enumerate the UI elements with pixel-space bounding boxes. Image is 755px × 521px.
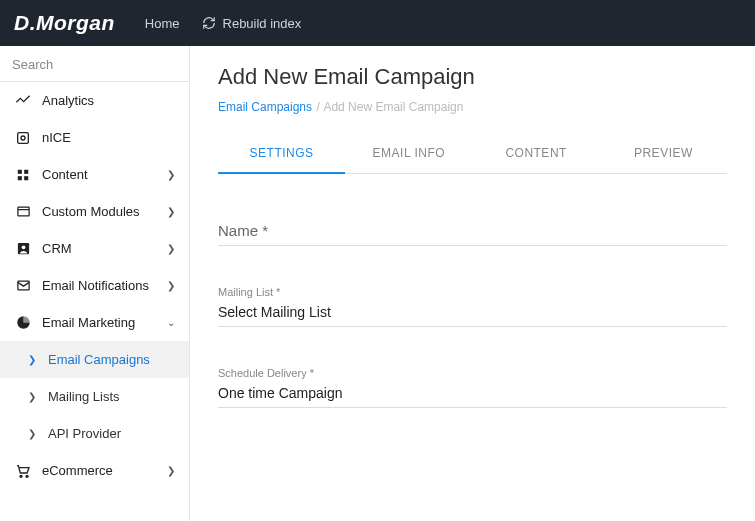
chevron-right-icon: ❯ [167, 243, 175, 254]
name-input[interactable] [218, 222, 727, 246]
sidebar-item-label: Analytics [42, 93, 94, 108]
chevron-down-icon: ⌄ [167, 317, 175, 328]
tab-preview[interactable]: PREVIEW [600, 136, 727, 173]
sidebar-sub-mailing-lists[interactable]: ❯ Mailing Lists [0, 378, 189, 415]
sidebar-item-label: nICE [42, 130, 71, 145]
pie-chart-icon [14, 314, 32, 332]
svg-point-9 [21, 245, 25, 249]
sidebar-item-label: Email Notifications [42, 278, 149, 293]
svg-rect-0 [18, 132, 29, 143]
analytics-icon [14, 92, 32, 110]
sidebar-item-content[interactable]: Content ❯ [0, 156, 189, 193]
schedule-label: Schedule Delivery * [218, 367, 727, 379]
breadcrumb-link[interactable]: Email Campaigns [218, 100, 312, 114]
breadcrumb-sep: / [316, 100, 319, 114]
breadcrumb-current: Add New Email Campaign [323, 100, 463, 114]
cart-icon [14, 462, 32, 480]
chevron-right-icon: ❯ [167, 465, 175, 476]
svg-rect-3 [24, 169, 28, 173]
sidebar-sub-label: Email Campaigns [48, 352, 150, 367]
topbar: D.Morgan Home Rebuild index [0, 0, 755, 46]
chevron-right-icon: ❯ [28, 391, 40, 402]
tab-email-info[interactable]: EMAIL INFO [345, 136, 472, 173]
sidebar: Analytics nICE Content ❯ Custom Modules [0, 46, 190, 521]
sidebar-item-analytics[interactable]: Analytics [0, 82, 189, 119]
tabs: SETTINGS EMAIL INFO CONTENT PREVIEW [218, 136, 727, 174]
nav-rebuild-label: Rebuild index [223, 16, 302, 31]
sidebar-item-label: Content [42, 167, 88, 182]
chevron-right-icon: ❯ [28, 354, 40, 365]
nav-home[interactable]: Home [145, 16, 180, 31]
search-input[interactable] [12, 57, 177, 72]
tab-content[interactable]: CONTENT [473, 136, 600, 173]
sidebar-item-email-marketing[interactable]: Email Marketing ⌄ [0, 304, 189, 341]
svg-rect-5 [24, 176, 28, 180]
sidebar-item-crm[interactable]: CRM ❯ [0, 230, 189, 267]
mail-icon [14, 277, 32, 295]
sidebar-item-label: eCommerce [42, 463, 113, 478]
breadcrumb: Email Campaigns / Add New Email Campaign [218, 100, 727, 114]
schedule-select[interactable]: One time Campaign [218, 385, 727, 408]
chevron-right-icon: ❯ [28, 428, 40, 439]
field-mailing-list: Mailing List * Select Mailing List [218, 286, 727, 327]
sidebar-sub-label: API Provider [48, 426, 121, 441]
sidebar-item-email-notifications[interactable]: Email Notifications ❯ [0, 267, 189, 304]
nav-home-label: Home [145, 16, 180, 31]
nav-rebuild-index[interactable]: Rebuild index [202, 16, 302, 31]
svg-rect-4 [18, 176, 22, 180]
sidebar-item-custom-modules[interactable]: Custom Modules ❯ [0, 193, 189, 230]
sidebar-sub-api-provider[interactable]: ❯ API Provider [0, 415, 189, 452]
page-title: Add New Email Campaign [218, 64, 727, 90]
chevron-right-icon: ❯ [167, 280, 175, 291]
sidebar-item-ecommerce[interactable]: eCommerce ❯ [0, 452, 189, 489]
window-icon [14, 203, 32, 221]
module-icon [14, 129, 32, 147]
svg-rect-2 [18, 169, 22, 173]
user-icon [14, 240, 32, 258]
sidebar-sub-label: Mailing Lists [48, 389, 120, 404]
grid-icon [14, 166, 32, 184]
field-name [218, 222, 727, 246]
chevron-right-icon: ❯ [167, 169, 175, 180]
mailing-list-select[interactable]: Select Mailing List [218, 304, 727, 327]
content-area: Add New Email Campaign Email Campaigns /… [190, 46, 755, 521]
svg-point-12 [26, 475, 28, 477]
sidebar-sub-email-campaigns[interactable]: ❯ Email Campaigns [0, 341, 189, 378]
sidebar-item-label: Email Marketing [42, 315, 135, 330]
tab-settings[interactable]: SETTINGS [218, 136, 345, 174]
svg-point-11 [20, 475, 22, 477]
sidebar-item-nice[interactable]: nICE [0, 119, 189, 156]
field-schedule: Schedule Delivery * One time Campaign [218, 367, 727, 408]
svg-point-1 [21, 136, 25, 140]
sidebar-item-label: Custom Modules [42, 204, 140, 219]
sidebar-item-label: CRM [42, 241, 72, 256]
refresh-icon [202, 16, 216, 30]
svg-rect-6 [17, 207, 28, 216]
chevron-right-icon: ❯ [167, 206, 175, 217]
mailing-list-label: Mailing List * [218, 286, 727, 298]
sidebar-search-wrap [0, 46, 189, 82]
brand-logo: D.Morgan [14, 11, 115, 35]
